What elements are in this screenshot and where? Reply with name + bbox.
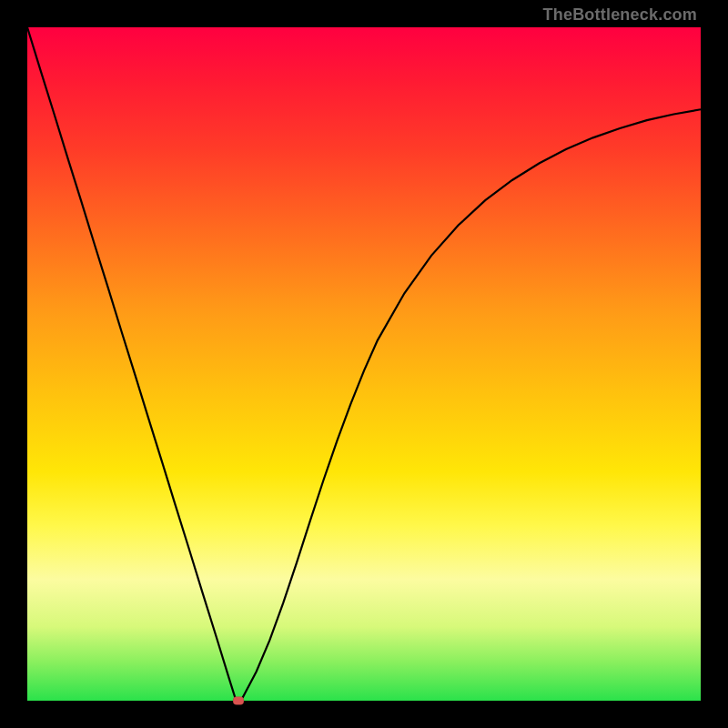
watermark-text: TheBottleneck.com: [543, 5, 697, 25]
curve-minimum-marker: [233, 697, 244, 705]
chart-frame: TheBottleneck.com: [0, 0, 728, 728]
bottleneck-curve: [27, 27, 701, 701]
curve-path: [27, 27, 701, 701]
plot-area: [27, 27, 701, 701]
